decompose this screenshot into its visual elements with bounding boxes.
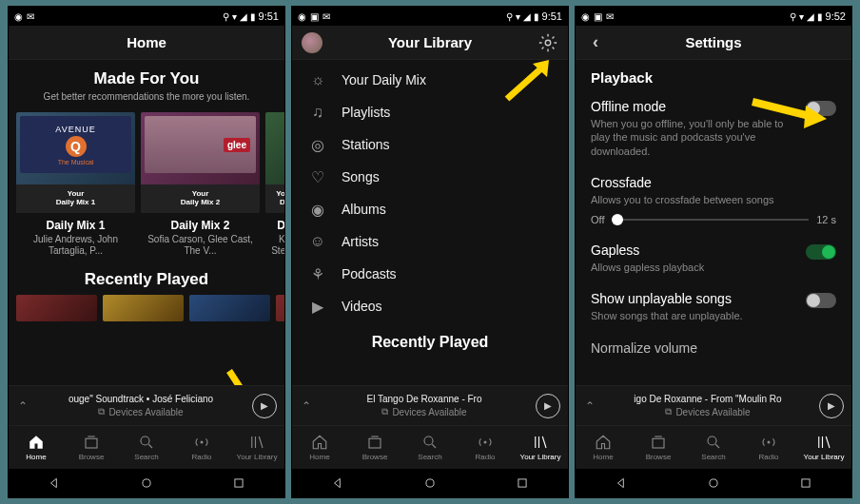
radio-icon: ◎ <box>309 136 326 153</box>
chevron-up-icon[interactable]: ⌃ <box>583 399 596 413</box>
nav-home[interactable]: Home <box>9 426 64 469</box>
recents-button[interactable] <box>516 476 529 490</box>
signal-icon: ◢ <box>523 11 531 22</box>
library-item-artists[interactable]: ☺ Artists <box>292 225 568 258</box>
play-button[interactable]: ▶ <box>819 394 844 418</box>
nav-library[interactable]: Your Library <box>796 426 851 469</box>
back-button[interactable] <box>48 476 61 490</box>
nav-radio[interactable]: Radio <box>458 426 513 469</box>
recently-played-title: Recently Played <box>292 334 568 351</box>
battery-icon: ▮ <box>817 11 823 22</box>
browse-icon <box>650 434 667 451</box>
recents-button[interactable] <box>799 476 812 490</box>
nav-search[interactable]: Search <box>402 426 458 469</box>
setting-offline-mode[interactable]: Offline mode When you go offline, you'll… <box>576 91 851 167</box>
video-icon: ▶ <box>309 298 326 315</box>
disc-icon: ◉ <box>309 201 326 218</box>
recent-item[interactable] <box>103 295 184 321</box>
play-button[interactable]: ▶ <box>252 394 277 418</box>
search-icon <box>421 434 439 451</box>
tile-name: Da <box>265 219 284 232</box>
library-item-songs[interactable]: ♡ Songs <box>292 161 568 193</box>
daily-mix-row[interactable]: AVENUEQThe Musical Your Daily Mix 1 Dail… <box>9 112 284 257</box>
library-item-podcasts[interactable]: ⚘ Podcasts <box>292 258 568 290</box>
nav-search[interactable]: Search <box>119 426 174 469</box>
tile-name: Daily Mix 2 <box>141 219 260 232</box>
daily-mix-1[interactable]: AVENUEQThe Musical Your Daily Mix 1 Dail… <box>16 112 135 257</box>
library-item-albums[interactable]: ◉ Albums <box>292 193 568 225</box>
nav-library[interactable]: Your Library <box>513 426 568 469</box>
library-item-daily-mix[interactable]: ☼ Your Daily Mix <box>292 64 568 96</box>
crossfade-slider[interactable]: Off 12 s <box>576 208 851 235</box>
back-button[interactable] <box>331 476 344 490</box>
settings-content: Playback Offline mode When you go offlin… <box>576 60 851 385</box>
home-button[interactable] <box>140 476 153 490</box>
recent-item[interactable] <box>276 295 284 321</box>
back-button[interactable] <box>615 476 628 490</box>
app-header-home: Home <box>9 26 284 60</box>
chevron-up-icon[interactable]: ⌃ <box>300 399 313 413</box>
now-playing-bar[interactable]: ⌃ ouge" Soundtrack • José Feliciano ⧉Dev… <box>9 385 284 425</box>
library-item-playlists[interactable]: ♫ Playlists <box>292 96 568 128</box>
nav-browse[interactable]: Browse <box>631 426 686 469</box>
now-playing-bar[interactable]: ⌃ El Tango De Roxanne - Fro ⧉Devices Ava… <box>292 385 568 425</box>
recents-button[interactable] <box>232 476 245 490</box>
library-item-stations[interactable]: ◎ Stations <box>292 128 568 161</box>
slider-max: 12 s <box>816 214 836 225</box>
recent-item[interactable] <box>16 295 97 321</box>
daily-mix-3[interactable]: Your Da Da Ka Stev... <box>265 112 284 257</box>
svg-point-3 <box>143 479 150 487</box>
clock: 9:51 <box>542 10 562 22</box>
nav-browse[interactable]: Browse <box>347 426 402 469</box>
offline-toggle[interactable] <box>806 101 836 116</box>
heart-icon: ♡ <box>309 168 326 185</box>
devices-label[interactable]: Devices Available <box>675 407 750 417</box>
library-icon <box>248 434 265 451</box>
home-button[interactable] <box>707 476 720 490</box>
chevron-up-icon[interactable]: ⌃ <box>16 399 29 413</box>
svg-point-8 <box>484 441 487 444</box>
unplayable-toggle[interactable] <box>806 293 836 308</box>
recently-played-title: Recently Played <box>9 270 284 289</box>
slider-min: Off <box>591 214 604 225</box>
phone-settings: ◉ ▣ ✉ ⚲ ▾ ◢ ▮ 9:52 ‹ Settings Playback O… <box>575 6 852 498</box>
nav-home[interactable]: Home <box>576 426 631 469</box>
library-item-videos[interactable]: ▶ Videos <box>292 290 568 322</box>
nav-home[interactable]: Home <box>292 426 347 469</box>
home-icon <box>28 434 45 451</box>
nav-radio[interactable]: Radio <box>174 426 229 469</box>
library-icon <box>532 434 549 451</box>
gapless-toggle[interactable] <box>806 244 836 260</box>
wifi-icon: ▾ <box>516 11 520 22</box>
recently-played-row[interactable] <box>9 295 284 321</box>
devices-label[interactable]: Devices Available <box>108 407 183 417</box>
now-playing-bar[interactable]: ⌃ igo De Roxanne - From "Moulin Ro ⧉Devi… <box>576 385 851 425</box>
avatar[interactable] <box>302 32 322 53</box>
svg-rect-4 <box>235 479 243 487</box>
play-button[interactable]: ▶ <box>536 394 560 418</box>
svg-rect-11 <box>653 438 664 448</box>
setting-gapless[interactable]: Gapless Allows gapless playback <box>576 235 851 283</box>
svg-rect-10 <box>518 479 526 487</box>
home-button[interactable] <box>423 476 437 490</box>
library-icon <box>815 434 832 451</box>
svg-rect-0 <box>86 438 97 448</box>
nav-search[interactable]: Search <box>686 426 741 469</box>
nav-library[interactable]: Your Library <box>229 426 284 469</box>
recent-item[interactable] <box>189 295 270 321</box>
tile-meta: Julie Andrews, John Tartaglia, P... <box>16 234 135 257</box>
nav-browse[interactable]: Browse <box>64 426 119 469</box>
person-icon: ☺ <box>309 233 326 250</box>
tile-meta: Sofia Carson, Glee Cast, The V... <box>141 234 260 257</box>
daily-mix-2[interactable]: glee Your Daily Mix 2 Daily Mix 2 Sofia … <box>141 112 260 257</box>
battery-icon: ▮ <box>250 11 256 22</box>
setting-normalize-volume[interactable]: Normalize volume <box>576 333 851 365</box>
setting-show-unplayable[interactable]: Show unplayable songs Show songs that ar… <box>576 283 851 332</box>
nav-radio[interactable]: Radio <box>741 426 796 469</box>
image-status-icon: ▣ <box>310 11 319 22</box>
now-playing-track: ouge" Soundtrack • José Feliciano <box>29 394 252 404</box>
back-button[interactable]: ‹ <box>585 32 606 53</box>
devices-label[interactable]: Devices Available <box>392 407 466 417</box>
settings-gear-icon[interactable] <box>538 32 558 53</box>
header-title: Settings <box>685 34 741 50</box>
